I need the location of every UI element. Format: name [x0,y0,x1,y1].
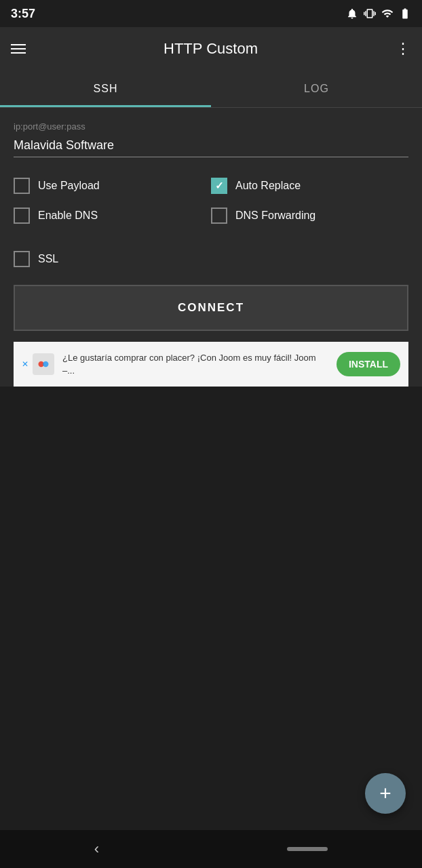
auto-replace-label: Auto Replace [235,180,301,192]
svg-point-1 [43,361,48,367]
status-time: 3:57 [11,7,35,21]
dns-forwarding-label: DNS Forwarding [235,210,315,222]
dns-forwarding-checkbox[interactable] [211,208,227,224]
auto-replace-row: Auto Replace [211,171,408,201]
menu-icon[interactable] [11,44,26,54]
ssh-input[interactable] [14,134,408,157]
use-payload-checkbox[interactable] [14,178,30,194]
use-payload-row: Use Payload [14,171,211,201]
wifi-icon [381,7,394,20]
tab-ssh[interactable]: SSH [0,71,211,107]
connect-button[interactable]: CONNECT [14,285,408,331]
tab-log[interactable]: LOG [211,71,422,107]
enable-dns-label: Enable DNS [38,210,98,222]
battery-icon [399,7,411,20]
home-pill [287,847,328,851]
ssl-label: SSL [38,253,58,265]
ad-icon-area: ✕ [22,353,54,375]
enable-dns-checkbox[interactable] [14,208,30,224]
ssh-content: ip:port@user:pass Use Payload Auto Repla… [0,108,422,387]
back-button[interactable]: ‹ [94,840,99,858]
status-icons [346,7,411,20]
fab-button[interactable]: + [365,773,406,814]
ad-close-icon[interactable]: ✕ [22,359,28,369]
app-title: HTTP Custom [37,40,385,58]
ad-text: ¿Le gustaría comprar con placer? ¡Con Jo… [62,353,316,376]
auto-replace-checkbox[interactable] [211,178,227,194]
ad-banner: ✕ ¿Le gustaría comprar con placer? ¡Con … [14,342,408,387]
ssh-input-group: ip:port@user:pass [14,121,408,157]
vibrate-icon [364,7,376,20]
tabs: SSH LOG [0,71,422,108]
more-vert-icon[interactable]: ⋮ [396,40,411,58]
enable-dns-row: Enable DNS [14,201,211,231]
notification-icon [346,7,358,20]
ad-text-area: ¿Le gustaría comprar con placer? ¡Con Jo… [62,351,328,377]
input-placeholder-label: ip:port@user:pass [14,121,408,132]
checkboxes-grid: Use Payload Auto Replace Enable DNS DNS … [14,171,408,231]
ad-logo [33,353,54,375]
app-bar: HTTP Custom ⋮ [0,27,422,71]
status-bar: 3:57 [0,0,422,27]
ssl-row: SSL [14,244,408,274]
install-button[interactable]: INSTALL [337,352,400,376]
use-payload-label: Use Payload [38,180,100,192]
bottom-nav: ‹ [0,830,422,868]
dns-forwarding-row: DNS Forwarding [211,201,408,231]
ssl-checkbox[interactable] [14,251,30,267]
